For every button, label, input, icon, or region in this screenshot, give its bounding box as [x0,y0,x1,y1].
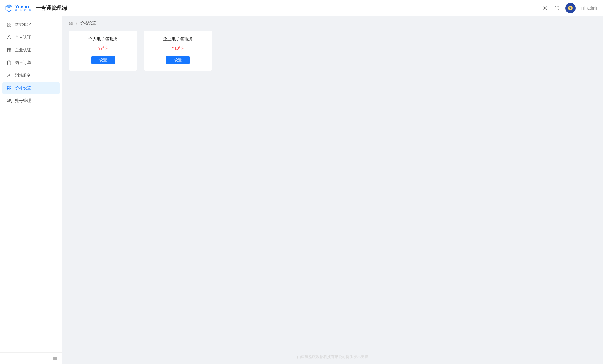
logo-brand: Yeeco [15,4,32,9]
main-content: / 价格设置 个人电子签服务 ¥7/份 设置 企业电子签服务 ¥10/份 设置 … [62,16,603,364]
svg-point-13 [8,36,10,37]
sidebar-item-data-overview[interactable]: 数据概况 [2,18,60,31]
users-icon [7,98,12,103]
svg-rect-27 [71,22,73,23]
settings-button[interactable]: 设置 [166,56,190,64]
app-title: 一合通管理端 [36,5,67,12]
sidebar-item-label: 消耗服务 [15,73,31,78]
card-title: 企业电子签服务 [163,36,193,42]
grid-icon [7,22,12,27]
theme-toggle-icon[interactable] [542,5,548,11]
price-card-enterprise: 企业电子签服务 ¥10/份 设置 [144,31,212,71]
svg-rect-10 [10,23,11,24]
svg-rect-20 [10,88,11,90]
sidebar-item-label: 销售订单 [15,60,31,65]
svg-line-3 [544,6,544,7]
sidebar-menu: 数据概况 个人认证 企业认证 销售订单 [0,16,62,352]
sidebar-item-label: 账号管理 [15,98,31,103]
footer-text: 由重庆益软数据科技有限公司提供技术支持 [297,354,368,359]
grid-icon [7,86,12,90]
header: Yeeco 益 软 数 据 一合通管理端 ★ Hi ,admin [0,0,603,16]
svg-line-7 [544,9,544,10]
svg-rect-29 [70,24,71,25]
sidebar: 数据概况 个人认证 企业认证 销售订单 [0,16,62,364]
sidebar-item-personal-auth[interactable]: 个人认证 [2,31,60,44]
svg-rect-21 [7,88,9,90]
svg-rect-18 [7,86,9,88]
greeting-text: Hi ,admin [581,6,598,10]
card-title: 个人电子签服务 [88,36,118,42]
fullscreen-icon[interactable] [554,5,560,11]
card-price: ¥10/份 [172,46,184,51]
svg-rect-28 [71,24,73,25]
grid-icon[interactable] [69,21,73,25]
building-icon [7,48,12,52]
logo-sub: 益 软 数 据 [15,9,32,12]
sidebar-collapse-button[interactable] [0,352,62,364]
breadcrumb-current: 价格设置 [80,21,96,26]
footer: 由重庆益软数据科技有限公司提供技术支持 [62,351,603,364]
settings-button[interactable]: 设置 [91,56,115,64]
svg-line-8 [546,6,547,7]
svg-rect-26 [70,22,71,23]
sidebar-item-label: 个人认证 [15,35,31,40]
sidebar-item-label: 数据概况 [15,22,31,27]
breadcrumb: / 价格设置 [62,16,603,31]
sidebar-item-label: 企业认证 [15,48,31,53]
sidebar-item-sales-orders[interactable]: 销售订单 [2,56,60,69]
logo-icon [5,4,13,12]
breadcrumb-separator: / [76,21,77,26]
avatar[interactable]: ★ [565,3,576,13]
sidebar-item-consumption-service[interactable]: 消耗服务 [2,69,60,82]
svg-rect-9 [7,23,9,24]
header-left: Yeeco 益 软 数 据 一合通管理端 [5,4,67,12]
sidebar-item-price-settings[interactable]: 价格设置 [2,82,60,94]
svg-rect-19 [10,86,11,88]
file-icon [7,60,12,65]
logo-text: Yeeco 益 软 数 据 [15,4,32,12]
svg-rect-11 [10,25,11,26]
price-card-personal: 个人电子签服务 ¥7/份 设置 [69,31,137,71]
header-right: ★ Hi ,admin [542,3,598,13]
sidebar-item-label: 价格设置 [15,86,31,91]
svg-line-4 [546,9,547,10]
svg-point-22 [8,99,9,101]
logo[interactable]: Yeeco 益 软 数 据 [5,4,32,12]
sidebar-item-enterprise-auth[interactable]: 企业认证 [2,44,60,56]
sidebar-item-account-management[interactable]: 账号管理 [2,94,60,107]
user-icon [7,35,12,40]
layout: 数据概况 个人认证 企业认证 销售订单 [0,16,603,364]
download-icon [7,73,12,78]
menu-fold-icon [53,356,57,361]
svg-rect-12 [7,25,9,26]
content-area: 个人电子签服务 ¥7/份 设置 企业电子签服务 ¥10/份 设置 [62,31,603,351]
avatar-star-icon: ★ [568,6,573,10]
svg-point-0 [544,7,546,9]
card-price: ¥7/份 [98,46,108,51]
